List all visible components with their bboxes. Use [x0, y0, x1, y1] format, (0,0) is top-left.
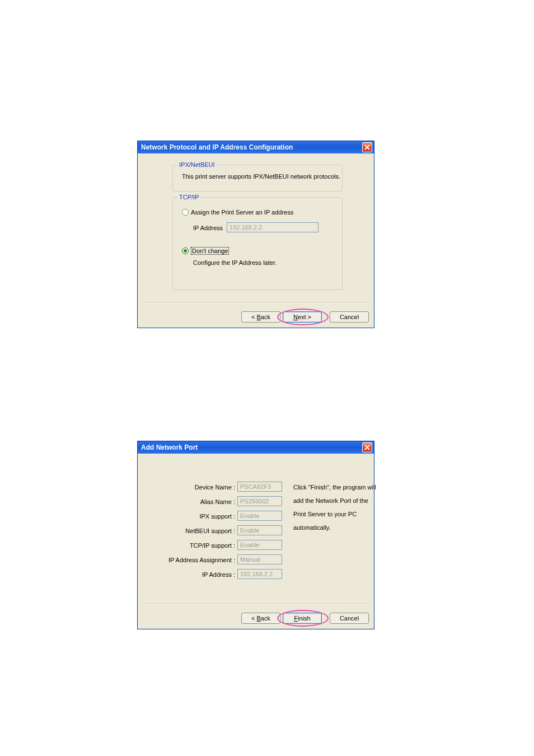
next-button[interactable]: Next >	[283, 311, 322, 323]
add-network-port-dialog: Add Network Port Device Name : PSCA82F3 …	[137, 441, 374, 629]
titlebar[interactable]: Network Protocol and IP Address Configur…	[138, 141, 374, 153]
ip-address-input: 192.168.2.2	[227, 222, 318, 232]
tcpip-support-value: Enable	[240, 542, 259, 548]
network-protocol-dialog: Network Protocol and IP Address Configur…	[137, 141, 374, 328]
ip-assign-label: IP Address Assignment :	[154, 557, 235, 563]
finish-info-text: Click "Finish", the program will add the…	[293, 480, 377, 534]
cancel-button[interactable]: Cancel	[330, 613, 369, 624]
close-icon	[364, 144, 370, 150]
back-button[interactable]: < Back	[241, 311, 280, 323]
ip-address-label-2: IP Address :	[170, 571, 235, 578]
radio-icon	[182, 248, 189, 254]
ipx-support-input: Enable	[237, 511, 282, 521]
alias-name-value: PS256002	[240, 498, 269, 505]
configure-later-text: Configure the IP Address later.	[193, 259, 277, 266]
tcpip-support-label: TCP/IP support :	[170, 542, 235, 549]
radio-dont-change[interactable]: Don't change	[182, 247, 229, 255]
window-title: Network Protocol and IP Address Configur…	[141, 143, 293, 151]
radio-dont-change-label: Don't change	[191, 247, 229, 255]
alias-name-label: Alias Name :	[170, 498, 235, 505]
ip-address-label: IP Address	[193, 225, 223, 231]
radio-assign-label: Assign the Print Server an IP address	[191, 209, 293, 216]
ipx-support-label: IPX support :	[170, 513, 235, 520]
radio-icon	[182, 209, 189, 216]
alias-name-input: PS256002	[237, 496, 282, 506]
titlebar[interactable]: Add Network Port	[138, 441, 374, 454]
ipx-support-value: Enable	[240, 512, 259, 519]
tcpip-group-legend: TCP/IP	[177, 194, 200, 200]
finish-button[interactable]: Finish	[283, 613, 322, 624]
device-name-value: PSCA82F3	[240, 483, 271, 490]
tcpip-group: TCP/IP Assign the Print Server an IP add…	[172, 197, 343, 290]
ipx-description: This print server supports IPX/NetBEUI n…	[182, 173, 340, 180]
button-divider	[142, 604, 369, 605]
ip-assign-input: Manual	[237, 554, 282, 564]
cancel-button[interactable]: Cancel	[330, 311, 369, 323]
netbeui-support-input: Enable	[237, 525, 282, 535]
button-divider	[142, 302, 369, 304]
close-button[interactable]	[362, 442, 372, 452]
netbeui-support-value: Enable	[240, 527, 259, 534]
netbeui-support-label: NetBEUI support :	[170, 528, 235, 534]
ip-address-value-2: 192.168.2.2	[240, 571, 273, 577]
ip-assign-value: Manual	[240, 556, 260, 563]
ipx-netbeui-group: IPX/NetBEUI This print server supports I…	[172, 165, 343, 192]
ipx-group-legend: IPX/NetBEUI	[177, 161, 217, 168]
tcpip-support-input: Enable	[237, 540, 282, 550]
device-name-input: PSCA82F3	[237, 482, 282, 492]
radio-assign-ip[interactable]: Assign the Print Server an IP address	[182, 209, 293, 216]
ip-address-value: 192.168.2.2	[229, 224, 262, 231]
back-button[interactable]: < Back	[241, 613, 280, 624]
ip-address-input-2: 192.168.2.2	[237, 569, 282, 579]
close-button[interactable]	[362, 142, 372, 152]
device-name-label: Device Name :	[170, 484, 235, 491]
close-icon	[364, 445, 370, 450]
window-title: Add Network Port	[141, 444, 198, 451]
